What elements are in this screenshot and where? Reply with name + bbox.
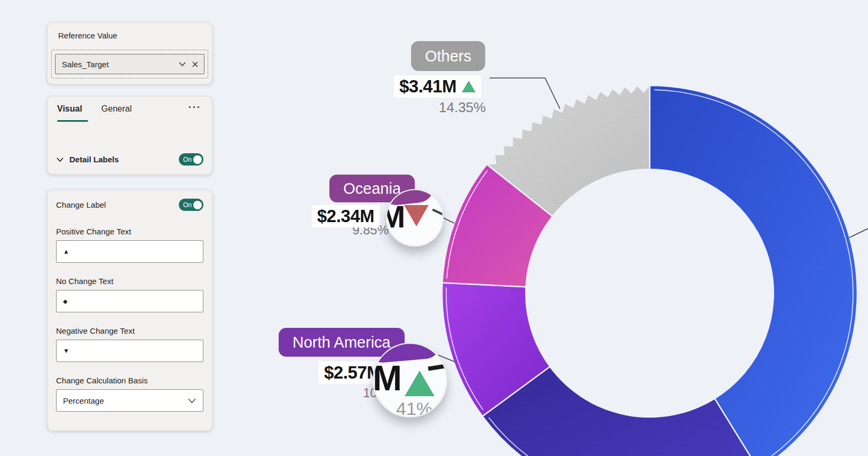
magnified-value-letter: M [373, 358, 402, 398]
magnifier-lens-north-america: M 41% [373, 343, 447, 418]
value-label-others: $3.41M [394, 75, 481, 98]
label-leader-line [849, 229, 868, 238]
value-label-oceania: $2.34M [312, 205, 380, 227]
magnifier-lens-oceania: M [386, 189, 444, 247]
magnified-leader-line [428, 364, 447, 371]
value-text: $2.34M [317, 206, 374, 226]
label-leader-line [490, 78, 560, 109]
value-text: $3.41M [399, 76, 456, 97]
negative-change-icon [404, 205, 429, 226]
positive-change-icon [405, 371, 435, 396]
donut-segment-blue[interactable] [650, 85, 857, 456]
positive-change-icon [462, 81, 476, 92]
percent-label-others: 14.35% [439, 99, 486, 116]
magnified-leader-line [432, 209, 444, 217]
magnified-value-letter: M [386, 199, 405, 234]
canvas: { "page": { "background": "#eef1f6" }, "… [0, 0, 868, 456]
category-pill-others: Others [411, 41, 485, 71]
